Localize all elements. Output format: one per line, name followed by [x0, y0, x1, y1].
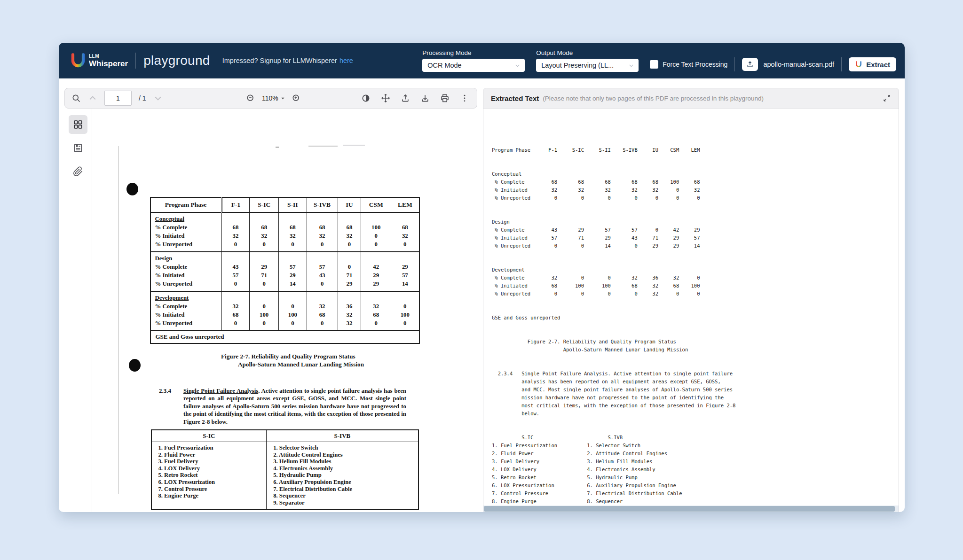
- brand-wordmark: LLM Whisperer: [89, 54, 128, 68]
- table-row: % Complete686868686810068: [150, 223, 419, 232]
- brand-u-icon: [855, 61, 862, 68]
- table-row: Design: [150, 252, 419, 263]
- expand-icon[interactable]: [883, 94, 891, 102]
- column-header: S-IVB: [307, 197, 338, 212]
- brand-u-icon: [69, 52, 87, 70]
- pdf-page: Program Phase F-1 S-IC S-II S-IVB IU CSM…: [92, 109, 477, 512]
- outline-button[interactable]: [69, 139, 87, 157]
- list-item: 3. Helium Fill Modules: [273, 458, 415, 465]
- search-icon[interactable]: [71, 93, 81, 103]
- paperclip-icon: [73, 166, 83, 177]
- processing-mode-label: Processing Mode: [422, 49, 525, 56]
- list-item: 5. Hydraulic Pump: [273, 472, 415, 479]
- scrollbar-thumb[interactable]: [484, 506, 895, 512]
- zoom-in-icon[interactable]: [292, 93, 301, 103]
- output-mode-group: Output Mode Layout Preserving (LL...: [536, 49, 639, 72]
- horizontal-scrollbar[interactable]: [483, 506, 899, 512]
- file-actions: Force Text Processing apollo-manual-scan…: [650, 57, 896, 71]
- table-row: % Initiated3232323232032: [150, 232, 419, 240]
- zoom-out-icon[interactable]: [246, 93, 255, 103]
- table-section-design: Design % Complete4329575704229 % Initiat…: [150, 252, 419, 291]
- attachments-button[interactable]: [69, 162, 87, 181]
- force-text-checkbox[interactable]: [650, 60, 658, 69]
- table-row: % Complete4329575704229: [150, 263, 419, 271]
- list-item: 4. Electronics Assembly: [273, 465, 415, 472]
- panel-note: (Please note that only two pages of this…: [543, 95, 764, 102]
- pan-move-icon[interactable]: [381, 93, 390, 103]
- list-item: 2. Attitude Control Engines: [273, 451, 415, 459]
- scan-mark: [343, 145, 365, 146]
- section-name: Design: [155, 255, 173, 262]
- processing-mode-select[interactable]: OCR Mode: [422, 59, 525, 72]
- output-mode-select[interactable]: Layout Preserving (LL...: [536, 59, 639, 72]
- signup-link[interactable]: here: [339, 57, 353, 64]
- scan-mark: [276, 147, 279, 148]
- list-item: 2. Fluid Power: [158, 451, 264, 459]
- list-item: 9. Separator: [273, 499, 415, 506]
- page-count: / 1: [139, 94, 146, 102]
- brand-name-label: Whisperer: [89, 60, 128, 68]
- list-item: 3. Fuel Delivery: [158, 458, 264, 465]
- page-input[interactable]: [104, 91, 132, 106]
- table-row: % Unreported0000000: [150, 240, 419, 252]
- table-row: % Initiated68100100683268100: [150, 311, 419, 319]
- list-item: 6. Auxiliary Propulsion Engine: [273, 479, 415, 486]
- table-row: Conceptual: [150, 212, 419, 223]
- upload-file-button[interactable]: [742, 58, 758, 71]
- app-header: LLM Whisperer playground Impressed? Sign…: [59, 43, 905, 78]
- column-header: IU: [338, 197, 361, 212]
- kebab-menu-icon[interactable]: [460, 93, 469, 103]
- extracted-text-content: Program Phase F-1 S-IC S-II S-IVB IU CSM…: [483, 109, 899, 512]
- thumbnails-button[interactable]: [69, 115, 87, 134]
- critical-items-table: S-IC S-IVB 1. Fuel Pressurization 2. Flu…: [151, 429, 419, 510]
- column-header: F-1: [221, 197, 250, 212]
- column-header: S-II: [279, 197, 307, 212]
- table-row: % Unreported00003200: [150, 319, 419, 331]
- signup-text: Impressed? Signup for LLMWhispererhere: [222, 57, 353, 64]
- list-item: 5. Retro Rocket: [158, 472, 264, 479]
- main-content: / 1 110%: [59, 78, 905, 512]
- column-header: Program Phase: [150, 197, 222, 212]
- extract-button[interactable]: Extract: [849, 57, 896, 71]
- chevron-up-icon[interactable]: [88, 93, 97, 103]
- column-header: LEM: [391, 197, 419, 212]
- dropdown-arrow-icon: [281, 96, 285, 101]
- table-header-row: S-IC S-IVB: [151, 430, 418, 442]
- table-footer: GSE and Goss unreported: [150, 331, 419, 343]
- file-name: apollo-manual-scan.pdf: [763, 61, 834, 68]
- list-item: 7. Control Pressure: [158, 486, 264, 493]
- chevron-down-icon[interactable]: [153, 93, 163, 103]
- extracted-text-header: Extracted Text (Please note that only tw…: [483, 88, 899, 109]
- theme-contrast-icon[interactable]: [361, 93, 371, 103]
- llm-whisperer-logo: LLM Whisperer: [69, 52, 128, 70]
- table-row: Development: [150, 291, 419, 302]
- column-header: S-IC: [151, 430, 267, 442]
- scan-mark: [308, 146, 338, 147]
- desktop-background: LLM Whisperer playground Impressed? Sign…: [0, 0, 963, 560]
- document-actions: [361, 93, 469, 103]
- figure-2-7-caption: Figure 2-7. Reliability and Quality Prog…: [221, 352, 477, 368]
- header-controls: Processing Mode OCR Mode Output Mode Lay…: [422, 49, 896, 72]
- column-header: CSM: [361, 197, 391, 212]
- pdf-viewer-panel: / 1 110%: [64, 78, 477, 512]
- table-row: GSE and Goss unreported: [150, 331, 419, 343]
- print-icon[interactable]: [440, 93, 450, 103]
- brand-top-label: LLM: [89, 54, 128, 59]
- table-section-conceptual: Conceptual % Complete686868686810068 % I…: [150, 212, 419, 252]
- section-2-3-4: 2.3.4 Single Point Failure Analysis. Act…: [159, 387, 477, 426]
- list-item: 8. Engine Purge: [158, 492, 264, 499]
- panel-title: Extracted Text: [491, 94, 539, 102]
- extracted-text-body: Program Phase F-1 S-IC S-II S-IVB IU CSM…: [483, 109, 899, 512]
- scan-edge-line: [118, 146, 119, 494]
- download-icon[interactable]: [420, 93, 430, 103]
- list-item: 1. Selector Switch: [273, 444, 415, 451]
- list-item: 6. LOX Pressurization: [158, 479, 264, 486]
- chevron-down-icon: [628, 62, 634, 69]
- program-phase-table: Program Phase F-1 S-IC S-II S-IVB IU CSM…: [150, 197, 420, 344]
- outline-bookmark-icon: [73, 143, 83, 153]
- upload-document-icon[interactable]: [401, 93, 410, 103]
- table-header-row: Program Phase F-1 S-IC S-II S-IVB IU CSM…: [150, 197, 419, 212]
- column-header: S-IC: [250, 197, 279, 212]
- page-content: Program Phase F-1 S-IC S-II S-IVB IU CSM…: [92, 109, 477, 512]
- zoom-level-dropdown[interactable]: 110%: [262, 94, 285, 102]
